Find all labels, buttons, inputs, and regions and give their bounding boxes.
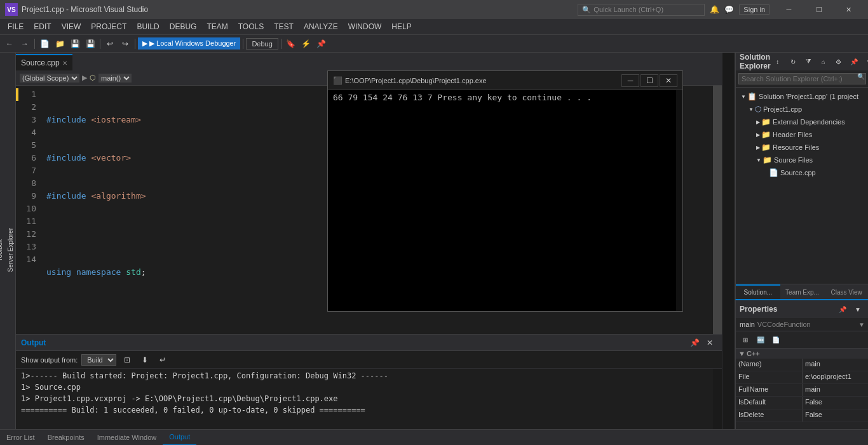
output-pin-button[interactable]: 📌 — [688, 336, 702, 350]
tree-resource-files[interactable]: ▶ 📁 Resource Files — [736, 141, 868, 154]
console-close-button[interactable]: ✕ — [660, 74, 677, 87]
output-close-button[interactable]: ✕ — [703, 336, 717, 350]
se-pin-button[interactable]: 📌 — [847, 55, 861, 69]
tree-solution[interactable]: ▼ 📋 Solution 'Project1.cpp' (1 project — [736, 90, 868, 103]
bot-tab-breakpoints[interactable]: Breakpoints — [41, 430, 91, 446]
se-refresh-button[interactable]: ↻ — [786, 55, 800, 69]
output-content[interactable]: 1>------ Build started: Project: Project… — [16, 369, 713, 439]
menu-view[interactable]: VIEW — [57, 19, 86, 35]
ext-deps-arrow: ▶ — [756, 119, 760, 125]
console-minimize-button[interactable]: ─ — [621, 74, 639, 87]
ext-deps-label: External Dependencies — [773, 118, 845, 126]
menu-project[interactable]: PROJECT — [86, 19, 132, 35]
menu-debug[interactable]: DEBUG — [165, 19, 202, 35]
se-settings-button[interactable]: ⚙ — [832, 55, 846, 69]
props-prop-page-button[interactable]: 📄 — [769, 333, 783, 347]
new-button[interactable]: 📄 — [37, 37, 51, 51]
menu-build[interactable]: BUILD — [132, 19, 164, 35]
menu-file[interactable]: FILE — [3, 19, 29, 35]
redo-button[interactable]: ↪ — [118, 37, 132, 51]
prop-row-fullname: FullName main — [736, 384, 868, 397]
se-tab-solution[interactable]: Solution... — [736, 284, 780, 299]
solution-icon: 📋 — [747, 92, 757, 101]
code-vscroll-thumb[interactable] — [713, 86, 722, 362]
se-search-icon: 🔍 — [857, 73, 865, 80]
se-home-button[interactable]: ⌂ — [817, 55, 831, 69]
function-dropdown[interactable]: main() — [98, 74, 132, 83]
se-tab-team[interactable]: Team Exp... — [780, 284, 825, 299]
sign-in-button[interactable]: Sign in — [739, 4, 770, 15]
quick-launch-input[interactable]: 🔍 Quick Launch (Ctrl+Q) — [578, 4, 705, 16]
prop-isdelete-value: False — [803, 409, 868, 422]
props-arrow-button[interactable]: ▼ — [851, 302, 865, 316]
sidebar-toolbox[interactable]: Toolbox — [0, 236, 4, 265]
console-maximize-button[interactable]: ☐ — [641, 74, 658, 87]
tree-source-cpp[interactable]: ▶ 📄 Source.cpp — [736, 166, 868, 179]
se-sync-button[interactable]: ↕ — [771, 55, 785, 69]
prop-name-label: (Name) — [736, 359, 803, 371]
undo-button[interactable]: ↩ — [103, 37, 117, 51]
output-clear-button[interactable]: ⊡ — [120, 353, 134, 367]
tab-close-button[interactable]: ✕ — [62, 60, 67, 67]
menu-tools[interactable]: TOOLS — [233, 19, 269, 35]
menu-help[interactable]: HELP — [386, 19, 416, 35]
output-source-dropdown[interactable]: Build — [81, 354, 116, 366]
scope-dropdown[interactable]: (Global Scope) — [20, 74, 79, 83]
props-pin-button[interactable]: 📌 — [836, 302, 850, 316]
tree-source-files[interactable]: ▼ 📁 Source Files — [736, 154, 868, 166]
props-dropdown-icon[interactable]: ▼ — [858, 321, 865, 328]
debug-start-button[interactable]: ▶ ▶ Local Windows Debugger — [138, 37, 240, 50]
prop-isdelete-label: IsDelete — [736, 409, 803, 422]
output-vscrollbar[interactable] — [713, 369, 722, 439]
menu-window[interactable]: WINDOW — [343, 19, 387, 35]
source-cpp-tab[interactable]: Source.cpp ✕ — [16, 54, 72, 70]
feedback-icon[interactable]: 💬 — [724, 5, 734, 14]
menu-analyze[interactable]: ANALYZE — [299, 19, 343, 35]
notifications-icon[interactable]: 🔔 — [710, 5, 719, 14]
save-all-button[interactable]: 💾 — [83, 37, 97, 51]
se-header: Solution Explorer ↕ ↻ ⧩ ⌂ ⚙ 📌 ▼ — [736, 53, 868, 70]
prop-file-value: e:\oop\project1 — [803, 371, 868, 383]
window-controls: ─ ☐ ✕ — [775, 0, 863, 19]
se-arrow-button[interactable]: ▼ — [862, 55, 868, 69]
bookmark-button[interactable]: 🔖 — [284, 37, 298, 51]
prop-file-label: File — [736, 371, 803, 383]
maximize-button[interactable]: ☐ — [804, 0, 833, 19]
minimize-button[interactable]: ─ — [775, 0, 803, 19]
props-object-name: main — [740, 321, 755, 328]
tb-extra1[interactable]: ⚡ — [299, 37, 313, 51]
bot-tab-immediate[interactable]: Immediate Window — [91, 430, 163, 446]
prop-row-name: (Name) main — [736, 359, 868, 371]
tree-project[interactable]: ▼ ⬡ Project1.cpp — [736, 103, 868, 116]
console-scrollbar[interactable] — [676, 90, 682, 311]
props-alpha-button[interactable]: 🔤 — [754, 333, 768, 347]
output-wrap-button[interactable]: ↵ — [156, 353, 170, 367]
source-files-label: Source Files — [774, 156, 813, 164]
back-button[interactable]: ← — [3, 37, 17, 51]
tree-external-deps[interactable]: ▶ 📁 External Dependencies — [736, 116, 868, 128]
menu-test[interactable]: TEST — [269, 19, 299, 35]
output-line-4: ========== Build: 1 succeeded, 0 failed,… — [21, 404, 708, 416]
forward-button[interactable]: → — [18, 37, 32, 51]
se-filter-button[interactable]: ⧩ — [801, 55, 815, 69]
menu-edit[interactable]: EDIT — [29, 19, 56, 35]
props-section-arrow: ▼ — [738, 350, 745, 357]
tree-header-files[interactable]: ▶ 📁 Header Files — [736, 128, 868, 141]
props-category-button[interactable]: ⊞ — [738, 333, 752, 347]
output-scroll-button[interactable]: ⬇ — [138, 353, 152, 367]
bot-tab-errorlist[interactable]: Error List — [0, 430, 41, 446]
save-button[interactable]: 💾 — [68, 37, 82, 51]
open-button[interactable]: 📁 — [53, 37, 67, 51]
console-output-text: 66 79 154 24 76 13 7 Press any key to co… — [333, 93, 671, 102]
close-button[interactable]: ✕ — [834, 0, 863, 19]
output-toolbar-right: 📌 ✕ — [688, 336, 717, 350]
prop-name-value: main — [803, 359, 868, 371]
sidebar-server-explorer[interactable]: Server Explorer — [6, 224, 15, 276]
se-tab-classview[interactable]: Class View — [824, 284, 868, 299]
tb-extra2[interactable]: 📌 — [315, 37, 329, 51]
config-dropdown[interactable]: Debug — [246, 38, 278, 50]
bot-tab-output[interactable]: Output — [163, 430, 196, 446]
menu-team[interactable]: TEAM — [201, 19, 233, 35]
se-search-input[interactable] — [738, 73, 866, 84]
console-titlebar: ⬛ E:\OOP\Project1.cpp\Debug\Project1.cpp… — [328, 71, 682, 90]
